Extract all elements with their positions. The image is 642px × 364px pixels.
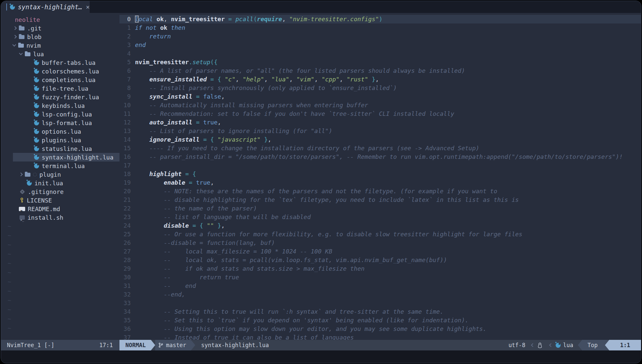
chevron-right-icon bbox=[13, 35, 17, 38]
code-line-11[interactable]: 11 -- Recommendation: set to false if yo… bbox=[119, 110, 641, 118]
code-token bbox=[189, 170, 193, 177]
code-token: -- List of parsers to ignore installing … bbox=[135, 127, 332, 134]
tree-item-lsp-config.lua[interactable]: lsp-config.lua bbox=[1, 110, 119, 118]
code-line-30[interactable]: 30 -- return true bbox=[119, 273, 641, 282]
code-line-28[interactable]: 28 -- local ok, stats = pcall(vim.loop.f… bbox=[119, 256, 641, 264]
code-line-14[interactable]: 14 ignore_install = { "javascript" }, bbox=[119, 135, 641, 144]
tree-item-statusline.lua[interactable]: statusline.lua bbox=[1, 144, 119, 153]
code-line-12[interactable]: 12 auto_install = true, bbox=[119, 118, 641, 127]
code-line-33[interactable]: 33 bbox=[119, 299, 641, 307]
code-line-35[interactable]: 35 -- Set this to `true` if you depend o… bbox=[119, 316, 641, 325]
line-number: 37 bbox=[119, 333, 131, 340]
code-token: , bbox=[210, 179, 214, 186]
code-line-34[interactable]: 34 -- Setting this to true will run `:h … bbox=[119, 307, 641, 316]
tree-item-label: fuzzy-finder.lua bbox=[42, 94, 99, 101]
tab-close-icon[interactable]: × bbox=[86, 3, 90, 11]
code-token: , bbox=[268, 136, 271, 143]
tab-syntax-highlight[interactable]: syntax-highlight… × bbox=[1, 1, 90, 13]
nvimtree-buffer-name: NvimTree_1 [-] bbox=[7, 342, 54, 348]
code-line-24[interactable]: 24 disable = { "" }, bbox=[119, 221, 641, 230]
tree-item-terminal.lua[interactable]: terminal.lua bbox=[1, 161, 119, 170]
code-token: "lua" bbox=[271, 76, 289, 83]
tree-item-lsp-format.lua[interactable]: lsp-format.lua bbox=[1, 118, 119, 127]
code-line-36[interactable]: 36 -- Using this option may slow down yo… bbox=[119, 325, 641, 333]
code-token: . bbox=[189, 59, 193, 66]
code-token: --end, bbox=[135, 291, 185, 298]
tree-item-fuzzy-finder.lua[interactable]: fuzzy-finder.lua bbox=[1, 93, 119, 101]
code-line-31[interactable]: 31 -- end bbox=[119, 282, 641, 290]
line-text: return bbox=[135, 32, 171, 41]
code-line-6[interactable]: 6 -- A list of parser names, or "all" (t… bbox=[119, 67, 641, 75]
code-line-25[interactable]: 25 -- Or use a function for more flexibi… bbox=[119, 230, 641, 239]
tree-item-syntax-highlight.lua[interactable]: syntax-highlight.lua bbox=[1, 153, 119, 161]
line-text: -- A list of parser names, or "all" (the… bbox=[135, 67, 465, 75]
code-line-5[interactable]: 5nvim_treesitter.setup({ bbox=[119, 58, 641, 67]
tree-item-keybinds.lua[interactable]: keybinds.lua bbox=[1, 101, 119, 110]
code-line-18[interactable]: 18 highlight = { bbox=[119, 170, 641, 178]
code-line-3[interactable]: 3end bbox=[119, 41, 641, 49]
code-line-9[interactable]: 9 sync_install = false, bbox=[119, 92, 641, 101]
code-line-27[interactable]: 27 -- local max_filesize = 100 * 1024 --… bbox=[119, 247, 641, 256]
code-line-17[interactable]: 17 bbox=[119, 161, 641, 170]
code-line-16[interactable]: 16 -- parser_install_dir = "/some/path/t… bbox=[119, 153, 641, 161]
code-line-2[interactable]: 2 return bbox=[119, 32, 641, 41]
lua-icon bbox=[34, 103, 39, 108]
code-line-4[interactable]: 4 bbox=[119, 49, 641, 58]
lua-icon bbox=[34, 60, 39, 65]
tree-item-README.md[interactable]: README.md bbox=[1, 205, 119, 213]
code-line-10[interactable]: 10 -- Automatically install missing pars… bbox=[119, 101, 641, 110]
code-line-37[interactable]: 37 -- Instead of true it can also be a l… bbox=[119, 333, 641, 340]
tree-item-.gitignore[interactable]: .gitignore bbox=[1, 187, 119, 196]
folder-icon bbox=[19, 26, 24, 30]
tree-item-plugins.lua[interactable]: plugins.lua bbox=[1, 136, 119, 144]
line-text: end bbox=[135, 41, 146, 49]
line-text: ---- If you need to change the installat… bbox=[135, 144, 479, 153]
code-line-8[interactable]: 8 -- Install parsers synchronously (only… bbox=[119, 84, 641, 92]
command-line[interactable] bbox=[1, 350, 641, 363]
code-token: -- Instead of true it can also be a list… bbox=[135, 334, 354, 340]
line-number: 6 bbox=[119, 67, 131, 75]
tree-item-options.lua[interactable]: options.lua bbox=[1, 127, 119, 136]
tree-item-buffer-tabs.lua[interactable]: buffer-tabs.lua bbox=[1, 58, 119, 67]
code-token bbox=[200, 93, 203, 100]
code-token: highlight bbox=[149, 170, 182, 177]
code-line-26[interactable]: 26 --disable = function(lang, buf) bbox=[119, 239, 641, 247]
code-line-22[interactable]: 22 -- the name of the parser) bbox=[119, 204, 641, 213]
lua-filetype-icon bbox=[556, 343, 561, 348]
line-text: -- local ok, stats = pcall(vim.loop.fs_s… bbox=[135, 256, 447, 264]
code-line-13[interactable]: 13 -- List of parsers to ignore installi… bbox=[119, 127, 641, 135]
code-token: "rust" bbox=[347, 76, 368, 83]
code-line-20[interactable]: 20 -- NOTE: these are the names of the p… bbox=[119, 187, 641, 196]
tree-item-colorschemes.lua[interactable]: colorschemes.lua bbox=[1, 67, 119, 75]
tree-item-completions.lua[interactable]: completions.lua bbox=[1, 75, 119, 84]
code-token bbox=[192, 119, 196, 126]
code-line-23[interactable]: 23 -- list of language that will be disa… bbox=[119, 213, 641, 221]
code-line-32[interactable]: 32 --end, bbox=[119, 290, 641, 299]
code-token: , bbox=[375, 76, 379, 83]
code-line-21[interactable]: 21 -- disable highlighting for the `tex`… bbox=[119, 196, 641, 204]
code-line-0[interactable]: 0local ok, nvim_treesitter = pcall(requi… bbox=[119, 15, 641, 23]
code-lines: 0local ok, nvim_treesitter = pcall(requi… bbox=[119, 15, 641, 340]
tree-item-neolite[interactable]: neolite bbox=[1, 15, 119, 24]
tree-item-install.sh[interactable]: install.sh bbox=[1, 213, 119, 222]
tree-item-lua[interactable]: lua bbox=[1, 50, 119, 58]
tabline: syntax-highlight… × bbox=[1, 1, 641, 13]
code-line-29[interactable]: 29 -- if ok and stats and stats.size > m… bbox=[119, 264, 641, 273]
tree-item-init.lua[interactable]: init.lua bbox=[1, 179, 119, 187]
tilde-marker: ~ bbox=[1, 250, 119, 259]
code-line-19[interactable]: 19 enable = true, bbox=[119, 178, 641, 187]
line-number: 30 bbox=[119, 273, 131, 282]
code-line-1[interactable]: 1if not ok then bbox=[119, 23, 641, 32]
code-token: , bbox=[164, 16, 171, 23]
tree-item-blob[interactable]: blob bbox=[1, 32, 119, 41]
tree-item-plugin[interactable]: plugin bbox=[1, 170, 119, 179]
tree-item-nvim[interactable]: nvim bbox=[1, 41, 119, 50]
tree-item-.git[interactable]: .git bbox=[1, 24, 119, 32]
tree-item-file-tree.lua[interactable]: file-tree.lua bbox=[1, 84, 119, 93]
code-line-7[interactable]: 7 ensure_installed = { "c", "help", "lua… bbox=[119, 75, 641, 84]
tilde-marker: ~ bbox=[1, 296, 119, 305]
sh-icon bbox=[20, 215, 25, 220]
code-line-15[interactable]: 15 ---- If you need to change the instal… bbox=[119, 144, 641, 153]
tree-item-LICENSE[interactable]: LICENSE bbox=[1, 196, 119, 205]
code-token: = bbox=[228, 16, 232, 23]
